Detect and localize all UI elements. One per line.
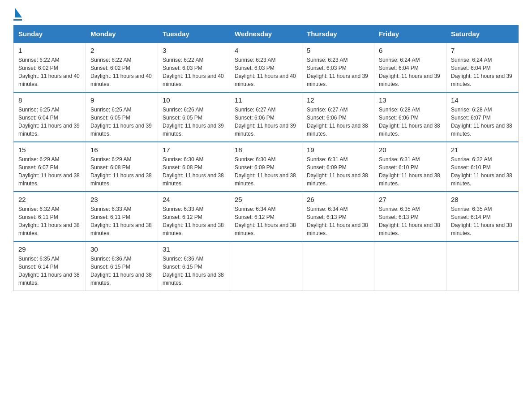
day-number: 30	[90, 245, 153, 253]
calendar-day-cell: 10 Sunrise: 6:26 AM Sunset: 6:05 PM Dayl…	[158, 92, 230, 142]
calendar-day-cell: 9 Sunrise: 6:25 AM Sunset: 6:05 PM Dayli…	[86, 92, 158, 142]
calendar-day-cell: 18 Sunrise: 6:30 AM Sunset: 6:09 PM Dayl…	[230, 142, 302, 192]
calendar-day-header: Friday	[374, 26, 446, 43]
day-number: 23	[90, 196, 153, 203]
calendar-day-cell: 2 Sunrise: 6:22 AM Sunset: 6:02 PM Dayli…	[86, 43, 158, 92]
day-number: 16	[90, 146, 153, 154]
day-number: 26	[307, 196, 369, 203]
calendar-day-cell: 8 Sunrise: 6:25 AM Sunset: 6:04 PM Dayli…	[14, 92, 86, 142]
day-number: 3	[163, 47, 225, 54]
day-info: Sunrise: 6:30 AM Sunset: 6:09 PM Dayligh…	[235, 155, 297, 188]
calendar-day-cell: 27 Sunrise: 6:35 AM Sunset: 6:13 PM Dayl…	[374, 192, 446, 241]
calendar-day-cell: 30 Sunrise: 6:36 AM Sunset: 6:15 PM Dayl…	[86, 241, 158, 291]
calendar-day-cell: 14 Sunrise: 6:28 AM Sunset: 6:07 PM Dayl…	[446, 92, 519, 142]
day-info: Sunrise: 6:36 AM Sunset: 6:15 PM Dayligh…	[90, 255, 153, 287]
day-info: Sunrise: 6:24 AM Sunset: 6:04 PM Dayligh…	[379, 56, 442, 88]
day-info: Sunrise: 6:29 AM Sunset: 6:08 PM Dayligh…	[90, 155, 153, 188]
calendar-day-cell: 22 Sunrise: 6:32 AM Sunset: 6:11 PM Dayl…	[14, 192, 86, 241]
calendar-week-row: 15 Sunrise: 6:29 AM Sunset: 6:07 PM Dayl…	[14, 142, 519, 192]
day-number: 18	[235, 146, 297, 154]
day-number: 25	[235, 196, 297, 203]
calendar-day-cell: 31 Sunrise: 6:36 AM Sunset: 6:15 PM Dayl…	[158, 241, 230, 291]
calendar-week-row: 1 Sunrise: 6:22 AM Sunset: 6:02 PM Dayli…	[14, 43, 519, 92]
calendar-day-cell: 29 Sunrise: 6:35 AM Sunset: 6:14 PM Dayl…	[14, 241, 86, 291]
logo-underline	[13, 19, 22, 21]
day-info: Sunrise: 6:22 AM Sunset: 6:02 PM Dayligh…	[90, 56, 153, 88]
day-info: Sunrise: 6:34 AM Sunset: 6:13 PM Dayligh…	[307, 205, 369, 237]
day-info: Sunrise: 6:23 AM Sunset: 6:03 PM Dayligh…	[235, 56, 297, 88]
day-number: 24	[163, 196, 225, 203]
day-number: 12	[307, 96, 369, 104]
calendar-day-cell	[302, 241, 374, 291]
day-info: Sunrise: 6:25 AM Sunset: 6:04 PM Dayligh…	[18, 106, 81, 138]
calendar-week-row: 8 Sunrise: 6:25 AM Sunset: 6:04 PM Dayli…	[14, 92, 519, 142]
calendar-day-cell: 28 Sunrise: 6:35 AM Sunset: 6:14 PM Dayl…	[446, 192, 519, 241]
calendar-day-cell: 23 Sunrise: 6:33 AM Sunset: 6:11 PM Dayl…	[86, 192, 158, 241]
day-info: Sunrise: 6:30 AM Sunset: 6:08 PM Dayligh…	[163, 155, 225, 188]
day-info: Sunrise: 6:33 AM Sunset: 6:12 PM Dayligh…	[163, 205, 225, 237]
day-info: Sunrise: 6:33 AM Sunset: 6:11 PM Dayligh…	[90, 205, 153, 237]
day-number: 19	[307, 146, 369, 154]
calendar-day-cell	[374, 241, 446, 291]
calendar-day-cell: 1 Sunrise: 6:22 AM Sunset: 6:02 PM Dayli…	[14, 43, 86, 92]
day-info: Sunrise: 6:28 AM Sunset: 6:07 PM Dayligh…	[451, 106, 514, 138]
page-header	[13, 9, 519, 21]
day-number: 27	[379, 196, 442, 203]
day-info: Sunrise: 6:36 AM Sunset: 6:15 PM Dayligh…	[163, 255, 225, 287]
day-number: 9	[90, 96, 153, 104]
day-info: Sunrise: 6:26 AM Sunset: 6:05 PM Dayligh…	[163, 106, 225, 138]
day-number: 6	[379, 47, 442, 54]
day-info: Sunrise: 6:32 AM Sunset: 6:10 PM Dayligh…	[451, 155, 514, 188]
calendar-header-row: SundayMondayTuesdayWednesdayThursdayFrid…	[14, 26, 519, 43]
day-info: Sunrise: 6:24 AM Sunset: 6:04 PM Dayligh…	[451, 56, 514, 88]
day-info: Sunrise: 6:31 AM Sunset: 6:09 PM Dayligh…	[307, 155, 369, 188]
calendar-day-cell: 7 Sunrise: 6:24 AM Sunset: 6:04 PM Dayli…	[446, 43, 519, 92]
day-number: 5	[307, 47, 369, 54]
day-info: Sunrise: 6:28 AM Sunset: 6:06 PM Dayligh…	[379, 106, 442, 138]
calendar-day-cell	[230, 241, 302, 291]
day-info: Sunrise: 6:23 AM Sunset: 6:03 PM Dayligh…	[307, 56, 369, 88]
calendar-day-cell: 19 Sunrise: 6:31 AM Sunset: 6:09 PM Dayl…	[302, 142, 374, 192]
day-number: 7	[451, 47, 514, 54]
calendar-day-cell: 5 Sunrise: 6:23 AM Sunset: 6:03 PM Dayli…	[302, 43, 374, 92]
calendar-day-header: Tuesday	[158, 26, 230, 43]
calendar-day-cell: 25 Sunrise: 6:34 AM Sunset: 6:12 PM Dayl…	[230, 192, 302, 241]
day-info: Sunrise: 6:27 AM Sunset: 6:06 PM Dayligh…	[235, 106, 297, 138]
day-info: Sunrise: 6:22 AM Sunset: 6:03 PM Dayligh…	[163, 56, 225, 88]
day-number: 13	[379, 96, 442, 104]
calendar-day-cell: 16 Sunrise: 6:29 AM Sunset: 6:08 PM Dayl…	[86, 142, 158, 192]
calendar-day-cell: 3 Sunrise: 6:22 AM Sunset: 6:03 PM Dayli…	[158, 43, 230, 92]
day-info: Sunrise: 6:31 AM Sunset: 6:10 PM Dayligh…	[379, 155, 442, 188]
calendar-day-cell	[446, 241, 519, 291]
day-number: 4	[235, 47, 297, 54]
day-number: 28	[451, 196, 514, 203]
logo	[13, 9, 22, 21]
day-number: 11	[235, 96, 297, 104]
calendar-day-cell: 11 Sunrise: 6:27 AM Sunset: 6:06 PM Dayl…	[230, 92, 302, 142]
day-info: Sunrise: 6:35 AM Sunset: 6:13 PM Dayligh…	[379, 205, 442, 237]
calendar-day-cell: 21 Sunrise: 6:32 AM Sunset: 6:10 PM Dayl…	[446, 142, 519, 192]
calendar-day-cell: 4 Sunrise: 6:23 AM Sunset: 6:03 PM Dayli…	[230, 43, 302, 92]
calendar-day-header: Sunday	[14, 26, 86, 43]
calendar-day-cell: 6 Sunrise: 6:24 AM Sunset: 6:04 PM Dayli…	[374, 43, 446, 92]
day-number: 14	[451, 96, 514, 104]
day-number: 31	[163, 245, 225, 253]
calendar-day-cell: 20 Sunrise: 6:31 AM Sunset: 6:10 PM Dayl…	[374, 142, 446, 192]
calendar-day-cell: 15 Sunrise: 6:29 AM Sunset: 6:07 PM Dayl…	[14, 142, 86, 192]
day-info: Sunrise: 6:22 AM Sunset: 6:02 PM Dayligh…	[18, 56, 81, 88]
day-info: Sunrise: 6:27 AM Sunset: 6:06 PM Dayligh…	[307, 106, 369, 138]
logo-arrow-icon	[15, 8, 22, 17]
day-number: 21	[451, 146, 514, 154]
day-info: Sunrise: 6:32 AM Sunset: 6:11 PM Dayligh…	[18, 205, 81, 237]
day-info: Sunrise: 6:35 AM Sunset: 6:14 PM Dayligh…	[451, 205, 514, 237]
calendar-day-header: Wednesday	[230, 26, 302, 43]
day-number: 8	[18, 96, 81, 104]
day-number: 1	[18, 47, 81, 54]
calendar-day-cell: 24 Sunrise: 6:33 AM Sunset: 6:12 PM Dayl…	[158, 192, 230, 241]
day-number: 2	[90, 47, 153, 54]
day-number: 22	[18, 196, 81, 203]
calendar-week-row: 22 Sunrise: 6:32 AM Sunset: 6:11 PM Dayl…	[14, 192, 519, 241]
day-number: 20	[379, 146, 442, 154]
calendar-day-cell: 13 Sunrise: 6:28 AM Sunset: 6:06 PM Dayl…	[374, 92, 446, 142]
day-info: Sunrise: 6:25 AM Sunset: 6:05 PM Dayligh…	[90, 106, 153, 138]
